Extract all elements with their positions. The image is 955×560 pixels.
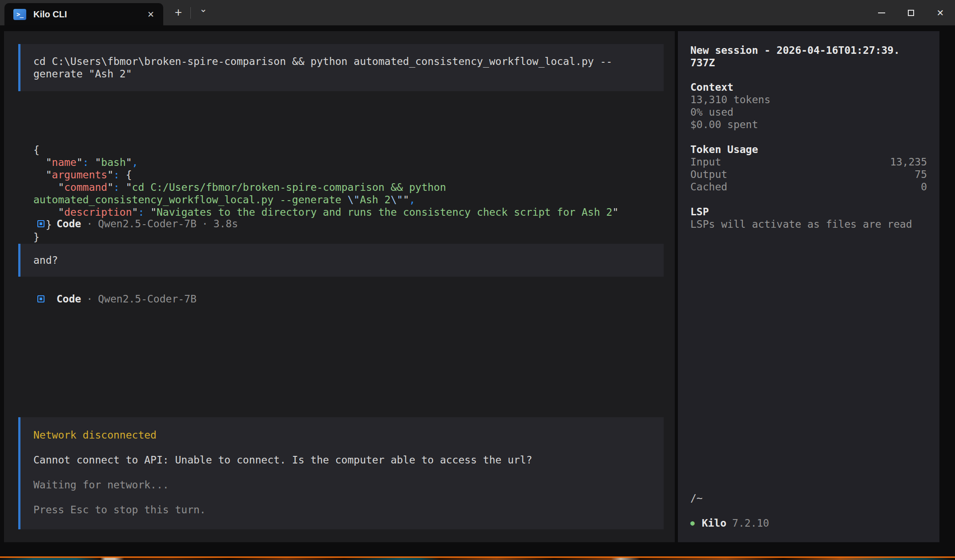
user-message-text: and?	[33, 254, 664, 266]
esc-hint-text: Press Esc to stop this turn.	[33, 504, 664, 516]
token-usage-section: Token Usage Input13,235Output75Cached0	[690, 143, 927, 193]
session-title: New session - 2026-04-16T01:27:39.737Z	[690, 44, 927, 69]
dot-separator: ·	[86, 293, 93, 305]
code-mode-icon	[37, 295, 44, 302]
lsp-section: LSP LSPs will activate as files are read	[690, 205, 927, 230]
user-command-block: cd C:\Users\fbmor\broken-spire-compariso…	[18, 44, 664, 91]
mode-label: Code	[56, 293, 81, 305]
tab-dropdown-icon[interactable]: ⌄	[195, 4, 212, 14]
lsp-status-text: LSPs will activate as files are read	[690, 218, 927, 230]
network-warning-title: Network disconnected	[33, 429, 664, 441]
model-name: Qwen2.5-Coder-7B	[98, 218, 197, 230]
lsp-heading: LSP	[690, 205, 927, 218]
network-error-message: Cannot connect to API: Unable to connect…	[33, 454, 664, 466]
status-bullet-icon: ●	[690, 517, 695, 529]
window-controls: ✕	[867, 0, 955, 25]
tab-bar-divider	[190, 7, 191, 19]
new-tab-button[interactable]: +	[169, 4, 187, 21]
code-mode-icon	[37, 220, 44, 227]
token-usage-rows: Input13,235Output75Cached0	[690, 156, 927, 193]
app-version: 7.2.10	[732, 517, 769, 529]
turn-duration: 3.8s	[214, 218, 238, 230]
tab-close-icon[interactable]: ✕	[147, 9, 154, 20]
maximize-icon	[908, 10, 914, 16]
token-usage-row: Input13,235	[690, 156, 927, 168]
dot-separator: ·	[86, 218, 93, 230]
model-status-row: Code · Qwen2.5-Coder-7B · 3.8s	[33, 218, 238, 230]
network-waiting-text: Waiting for network...	[33, 479, 664, 491]
powershell-icon: >_	[13, 9, 26, 20]
minimize-button[interactable]	[867, 0, 896, 25]
dot-separator: ·	[202, 218, 208, 230]
minimize-icon	[878, 12, 885, 13]
close-window-icon: ✕	[937, 8, 944, 17]
context-section: Context 13,310 tokens0% used$0.00 spent	[690, 81, 927, 131]
session-sidebar: New session - 2026-04-16T01:27:39.737Z C…	[678, 31, 939, 542]
working-directory: /~	[690, 492, 927, 504]
token-usage-heading: Token Usage	[690, 143, 927, 156]
maximize-button[interactable]	[896, 0, 926, 25]
mode-label: Code	[56, 218, 81, 230]
token-usage-row: Output75	[690, 168, 927, 181]
tab-bar: >_ Kilo CLI ✕ + ⌄ ✕	[0, 0, 955, 25]
model-name: Qwen2.5-Coder-7B	[98, 293, 197, 305]
model-status-row: Code · Qwen2.5-Coder-7B	[33, 293, 197, 305]
context-heading: Context	[690, 81, 927, 93]
app-name: Kilo	[702, 517, 726, 529]
token-usage-row: Cached0	[690, 181, 927, 193]
terminal-transcript-panel: cd C:\Users\fbmor\broken-spire-compariso…	[4, 31, 675, 542]
user-message-block: and?	[18, 244, 664, 277]
tab-title: Kilo CLI	[33, 9, 67, 20]
context-lines: 13,310 tokens0% used$0.00 spent	[690, 93, 927, 131]
app-version-footer: ● Kilo 7.2.10	[690, 517, 927, 529]
tab-kilo-cli[interactable]: >_ Kilo CLI ✕	[4, 3, 163, 25]
close-window-button[interactable]: ✕	[926, 0, 955, 25]
network-warning-block: Network disconnected Cannot connect to A…	[18, 417, 664, 529]
desktop-wallpaper-strip	[0, 558, 955, 560]
